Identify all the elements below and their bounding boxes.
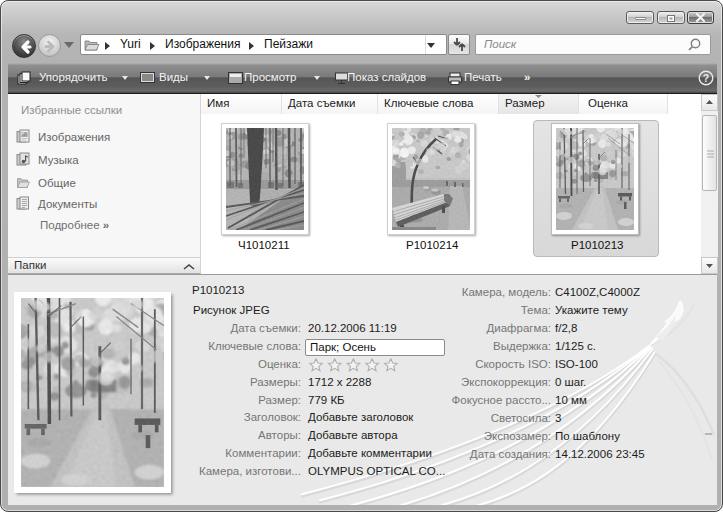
svg-text:?: ?: [703, 72, 709, 84]
